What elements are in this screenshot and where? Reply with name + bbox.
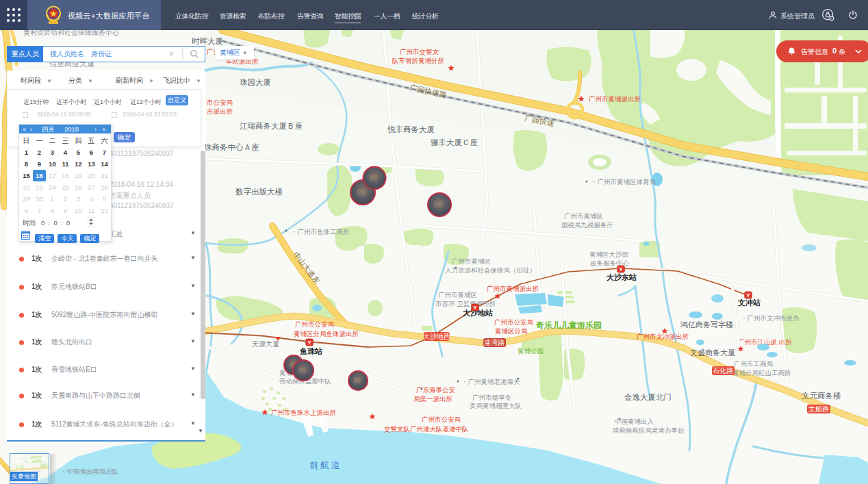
svg-text:文盛商务大厦: 文盛商务大厦 [690, 348, 735, 357]
svg-text:金逸大厦北门: 金逸大厦北门 [624, 393, 672, 401]
svg-text:广东海事公安: 广东海事公安 [416, 386, 456, 394]
svg-text:黄埔分局红山工商所: 黄埔分局红山工商所 [732, 369, 791, 377]
svg-text:交警支队广州港大队老港中队: 交警支队广州港大队老港中队 [384, 425, 469, 433]
svg-text:数字出版大楼: 数字出版大楼 [235, 188, 283, 196]
svg-text:卖局黄埔稽查大队: 卖局黄埔稽查大队 [470, 402, 522, 409]
svg-text:人力资源和社会保障局（旧址）: 人力资源和社会保障局（旧址） [445, 266, 536, 274]
svg-text:广州市黄埔区: 广州市黄埔区 [438, 291, 477, 298]
svg-text:黄埔区分局鱼珠派出所: 黄埔区分局鱼珠派出所 [294, 330, 359, 337]
svg-text:中国黄埔出入: 中国黄埔出入 [615, 418, 654, 425]
svg-text:国税局九税服务厅: 国税局九税服务厅 [561, 221, 613, 229]
svg-text:市容环 卫监督管理所: 市容环 卫监督管理所 [435, 300, 496, 307]
svg-text:奇乐儿儿童游乐园: 奇乐儿儿童游乐园 [535, 320, 602, 330]
svg-text:悦丰商务大厦: 悦丰商务大厦 [387, 125, 435, 133]
svg-text:广州市烟草专: 广州市烟草专 [472, 394, 512, 401]
svg-text:广州市鱼珠水上派出所: 广州市鱼珠水上派出所 [271, 409, 337, 416]
svg-text:黄埔区分局: 黄埔区分局 [495, 327, 528, 335]
svg-text:珠商务中心Ａ座: 珠商务中心Ａ座 [204, 143, 259, 151]
svg-text:局第一派出所: 局第一派出所 [413, 395, 453, 403]
svg-text:Y: Y [307, 340, 311, 346]
svg-text:广州市黄埔区: 广州市黄埔区 [452, 257, 491, 265]
svg-text:境检验检疫局老港办事处: 境检验检疫局老港办事处 [612, 426, 685, 434]
svg-text:大沙东站: 大沙东站 [607, 273, 637, 281]
svg-text:鸿亿商务写字楼: 鸿亿商务写字楼 [680, 320, 733, 329]
svg-text:广州市黄埔派出所: 广州市黄埔派出所 [589, 95, 641, 103]
svg-text:文元商务楼: 文元商务楼 [802, 392, 841, 400]
svg-text:骊丰大厦Ｃ座: 骊丰大厦Ｃ座 [431, 138, 478, 147]
svg-text:・广州黄埔老港海关: ・广州黄埔老港海关 [461, 378, 520, 385]
svg-text:Y: Y [619, 266, 623, 272]
svg-text:广州市公安局: 广州市公安局 [422, 416, 461, 423]
svg-text:石化路: 石化路 [713, 367, 733, 374]
svg-text:广州市公安局: 广州市公安局 [295, 320, 334, 328]
svg-text:・广州市鱼珠工商所: ・广州市鱼珠工商所 [291, 228, 350, 235]
svg-text:广州市黄埔区: 广州市黄埔区 [564, 212, 603, 220]
svg-text:文冲站: 文冲站 [737, 298, 761, 307]
svg-text:港湾路: 港湾路 [484, 339, 505, 346]
svg-text:广州市交警支: 广州市交警支 [400, 48, 439, 55]
svg-text:Y: Y [746, 292, 750, 298]
svg-text:前航道: 前航道 [309, 460, 342, 470]
svg-text:广州市文冲派出所: 广州市文冲派出所 [637, 333, 689, 340]
svg-text:队车管所黄埔分所: 队车管所黄埔分所 [392, 57, 445, 64]
svg-text:大沙地西: 大沙地西 [423, 333, 450, 340]
svg-text:天源大厦: 天源大厦 [252, 340, 279, 348]
svg-text:广州市公安局: 广州市公安局 [494, 318, 533, 326]
svg-text:・中国渔政南海总队: ・中国渔政南海总队 [60, 468, 119, 475]
svg-text:・广州市文冲街道办: ・广州市文冲街道办 [741, 314, 800, 322]
svg-text:吉派出所: 吉派出所 [207, 107, 233, 115]
svg-text:Y: Y [473, 305, 477, 311]
svg-text:・广州市黄埔区体育局: ・广州市黄埔区体育局 [591, 178, 656, 186]
svg-text:黄埔公园: 黄埔公园 [518, 347, 544, 355]
svg-text:文船路: 文船路 [808, 405, 829, 413]
svg-text:珠园大厦: 珠园大厦 [240, 78, 271, 86]
svg-text:市公安局: 市公安局 [206, 99, 233, 106]
svg-text:广州市黄埔派出所: 广州市黄埔派出所 [487, 285, 539, 292]
svg-text:江瑞商务大厦Ｂ座: 江瑞商务大厦Ｂ座 [240, 122, 303, 130]
svg-text:黄埔区大沙街: 黄埔区大沙街 [589, 251, 629, 258]
svg-text:时晖大厦: 时晖大厦 [192, 37, 223, 45]
svg-text:鱼珠站: 鱼珠站 [299, 347, 322, 355]
